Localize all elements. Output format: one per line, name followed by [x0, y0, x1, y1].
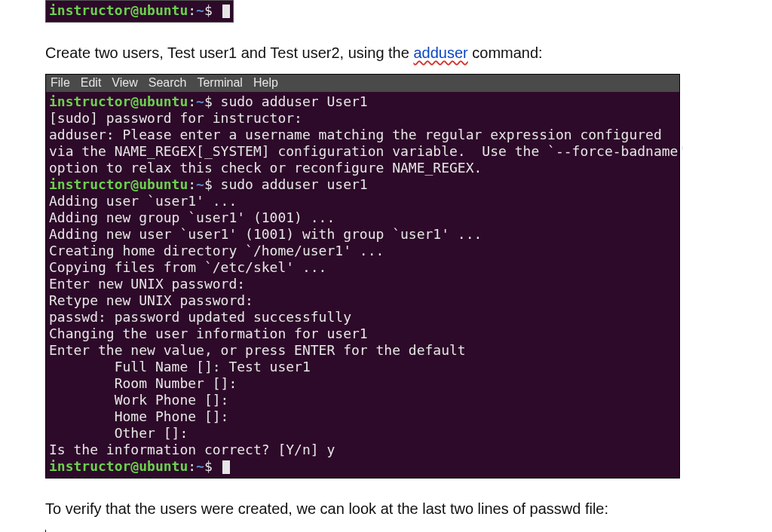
terminal-cursor: [222, 460, 230, 474]
prompt-sep: :: [188, 93, 196, 109]
terminal-line: Room Number []:: [49, 375, 676, 392]
instruction-text-1: Create two users, Test user1 and Test us…: [45, 42, 727, 63]
terminal-line: option to relax this check or reconfigur…: [49, 160, 676, 176]
menu-help[interactable]: Help: [253, 76, 278, 90]
terminal-line: Copying files from `/etc/skel' ...: [49, 259, 676, 276]
terminal-menubar: File Edit View Search Terminal Help: [46, 75, 679, 92]
prompt-sep: :: [188, 458, 196, 474]
prompt-user: instructor@ubuntu: [49, 458, 188, 474]
prompt-sep: :: [188, 176, 196, 192]
terminal-line: [sudo] password for instructor:: [49, 110, 676, 127]
terminal-window: File Edit View Search Terminal Help inst…: [45, 74, 680, 478]
prompt-user: instructor@ubuntu: [49, 176, 188, 192]
prompt-user: instructor@ubuntu: [49, 93, 188, 109]
terminal-line: Other []:: [49, 425, 676, 442]
prompt-user: instructor@ubuntu: [49, 2, 188, 18]
terminal-line: instructor@ubuntu:~$ sudo adduser User1: [49, 93, 676, 110]
terminal-line: instructor@ubuntu:~$: [49, 458, 676, 475]
document-page: instructor@ubuntu:~$ Create two users, T…: [0, 0, 772, 532]
prompt-path: ~: [196, 2, 204, 18]
terminal-line: Changing the user information for user1: [49, 326, 676, 342]
terminal-line: Adding user `user1' ...: [49, 193, 676, 209]
menu-terminal[interactable]: Terminal: [197, 76, 242, 90]
terminal-line: Retype new UNIX password:: [49, 292, 676, 309]
terminal-line: adduser: Please enter a username matchin…: [49, 127, 676, 143]
prompt-path: ~: [196, 176, 204, 192]
terminal-line: passwd: password updated successfully: [49, 309, 676, 326]
menu-file[interactable]: File: [51, 76, 70, 90]
terminal-line: Enter the new value, or press ENTER for …: [49, 342, 676, 359]
terminal-line: Full Name []: Test user1: [49, 359, 676, 375]
terminal-snippet-small: instructor@ubuntu:~$: [45, 0, 234, 23]
terminal-line: Home Phone []:: [49, 408, 676, 425]
prompt-dollar: $: [204, 2, 221, 18]
menu-search[interactable]: Search: [149, 76, 187, 90]
terminal-line: Adding new user `user1' (1001) with grou…: [49, 226, 676, 243]
text-fragment: command:: [468, 44, 543, 61]
prompt-path: ~: [196, 458, 204, 474]
terminal-line: Creating home directory `/home/user1' ..…: [49, 243, 676, 259]
prompt-dollar: $: [204, 176, 221, 192]
prompt-sep: :: [188, 2, 196, 18]
terminal-line: Work Phone []:: [49, 392, 676, 408]
prompt-path: ~: [196, 93, 204, 109]
terminal-line: instructor@ubuntu:~$ sudo adduser user1: [49, 176, 676, 193]
prompt-dollar: $: [204, 458, 221, 474]
instruction-text-2: To verify that the users were created, w…: [45, 498, 727, 519]
prompt-dollar: $: [204, 93, 221, 109]
terminal-line: Is the information correct? [Y/n] y: [49, 442, 676, 458]
terminal-cursor: [222, 5, 230, 18]
terminal-body[interactable]: instructor@ubuntu:~$ sudo adduser User1[…: [46, 92, 679, 478]
terminal-line: via the NAME_REGEX[_SYSTEM] configuratio…: [49, 143, 676, 160]
command-word-adduser: adduser: [413, 44, 467, 61]
terminal-line: Adding new group `user1' (1001) ...: [49, 209, 676, 226]
typed-command: sudo adduser User1: [221, 93, 368, 109]
terminal-line: Enter new UNIX password:: [49, 276, 676, 292]
menu-edit[interactable]: Edit: [81, 76, 102, 90]
menu-view[interactable]: View: [112, 76, 137, 90]
text-fragment: Create two users, Test user1 and Test us…: [45, 44, 413, 61]
prompt-line: instructor@ubuntu:~$: [49, 2, 230, 19]
typed-command: sudo adduser user1: [221, 176, 368, 192]
